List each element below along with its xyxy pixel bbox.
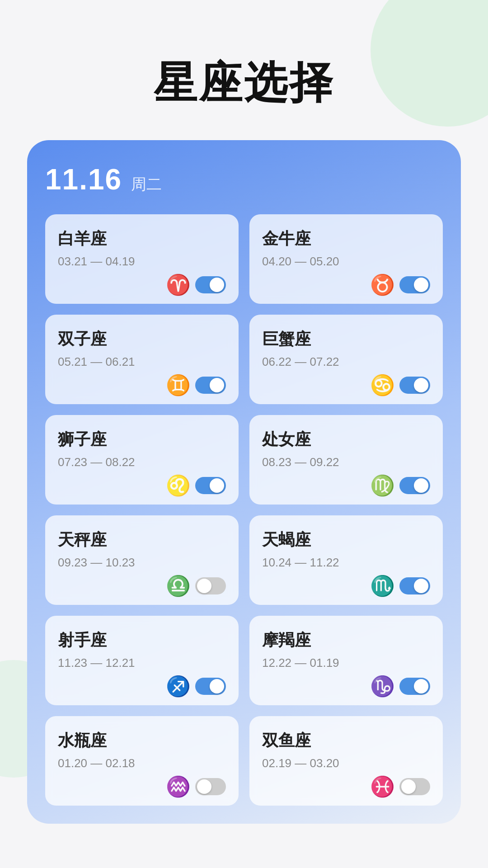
zodiac-bottom: ♌ bbox=[58, 476, 226, 495]
zodiac-bottom: ♓ bbox=[262, 777, 430, 797]
zodiac-grid: 白羊座 03.21 — 04.19 ♈ 金牛座 04.20 — 05.20 ♉ … bbox=[45, 214, 443, 806]
zodiac-toggle[interactable] bbox=[195, 678, 226, 695]
zodiac-bottom: ♐ bbox=[58, 676, 226, 696]
zodiac-symbol: ♊ bbox=[166, 375, 191, 395]
zodiac-name: 天蝎座 bbox=[262, 529, 430, 551]
zodiac-name: 射手座 bbox=[58, 629, 226, 651]
page-title: 星座选择 bbox=[0, 0, 488, 140]
zodiac-date: 01.20 — 02.18 bbox=[58, 756, 226, 770]
zodiac-name: 狮子座 bbox=[58, 429, 226, 451]
zodiac-name: 金牛座 bbox=[262, 228, 430, 250]
zodiac-bottom: ♈ bbox=[58, 275, 226, 295]
zodiac-symbol: ♉ bbox=[370, 275, 395, 295]
date-text: 11.16 bbox=[45, 163, 122, 196]
zodiac-name: 白羊座 bbox=[58, 228, 226, 250]
zodiac-card[interactable]: 白羊座 03.21 — 04.19 ♈ bbox=[45, 214, 239, 304]
zodiac-date: 11.23 — 12.21 bbox=[58, 656, 226, 670]
zodiac-date: 06.22 — 07.22 bbox=[262, 355, 430, 369]
zodiac-date: 08.23 — 09.22 bbox=[262, 455, 430, 469]
zodiac-card[interactable]: 巨蟹座 06.22 — 07.22 ♋ bbox=[249, 315, 443, 404]
zodiac-toggle[interactable] bbox=[195, 778, 226, 795]
zodiac-toggle[interactable] bbox=[399, 477, 430, 494]
zodiac-card[interactable]: 天秤座 09.23 — 10.23 ♎ bbox=[45, 515, 239, 605]
zodiac-date: 05.21 — 06.21 bbox=[58, 355, 226, 369]
zodiac-bottom: ♍ bbox=[262, 476, 430, 495]
main-card: 11.16 周二 白羊座 03.21 — 04.19 ♈ 金牛座 04.20 —… bbox=[27, 140, 461, 824]
zodiac-toggle[interactable] bbox=[195, 577, 226, 594]
zodiac-toggle[interactable] bbox=[399, 276, 430, 293]
zodiac-card[interactable]: 双鱼座 02.19 — 03.20 ♓ bbox=[249, 716, 443, 806]
zodiac-toggle[interactable] bbox=[399, 678, 430, 695]
zodiac-symbol: ♒ bbox=[166, 777, 191, 797]
zodiac-date: 02.19 — 03.20 bbox=[262, 756, 430, 770]
zodiac-symbol: ♌ bbox=[166, 476, 191, 495]
zodiac-toggle[interactable] bbox=[195, 276, 226, 293]
zodiac-name: 双子座 bbox=[58, 328, 226, 350]
zodiac-symbol: ♑ bbox=[370, 676, 395, 696]
zodiac-toggle[interactable] bbox=[399, 577, 430, 594]
zodiac-card[interactable]: 狮子座 07.23 — 08.22 ♌ bbox=[45, 415, 239, 505]
zodiac-card[interactable]: 射手座 11.23 — 12.21 ♐ bbox=[45, 616, 239, 705]
zodiac-bottom: ♒ bbox=[58, 777, 226, 797]
zodiac-date: 04.20 — 05.20 bbox=[262, 255, 430, 269]
zodiac-name: 处女座 bbox=[262, 429, 430, 451]
zodiac-card[interactable]: 天蝎座 10.24 — 11.22 ♏ bbox=[249, 515, 443, 605]
zodiac-card[interactable]: 水瓶座 01.20 — 02.18 ♒ bbox=[45, 716, 239, 806]
zodiac-date: 12.22 — 01.19 bbox=[262, 656, 430, 670]
date-header: 11.16 周二 bbox=[45, 163, 443, 196]
zodiac-bottom: ♏ bbox=[262, 576, 430, 596]
zodiac-toggle[interactable] bbox=[399, 377, 430, 394]
zodiac-name: 天秤座 bbox=[58, 529, 226, 551]
zodiac-symbol: ♍ bbox=[370, 476, 395, 495]
zodiac-card[interactable]: 双子座 05.21 — 06.21 ♊ bbox=[45, 315, 239, 404]
zodiac-date: 10.24 — 11.22 bbox=[262, 556, 430, 570]
zodiac-date: 07.23 — 08.22 bbox=[58, 455, 226, 469]
zodiac-toggle[interactable] bbox=[195, 377, 226, 394]
zodiac-card[interactable]: 处女座 08.23 — 09.22 ♍ bbox=[249, 415, 443, 505]
zodiac-card[interactable]: 摩羯座 12.22 — 01.19 ♑ bbox=[249, 616, 443, 705]
zodiac-bottom: ♉ bbox=[262, 275, 430, 295]
zodiac-bottom: ♎ bbox=[58, 576, 226, 596]
zodiac-name: 摩羯座 bbox=[262, 629, 430, 651]
zodiac-date: 03.21 — 04.19 bbox=[58, 255, 226, 269]
zodiac-symbol: ♋ bbox=[370, 375, 395, 395]
zodiac-name: 巨蟹座 bbox=[262, 328, 430, 350]
zodiac-toggle[interactable] bbox=[195, 477, 226, 494]
zodiac-bottom: ♋ bbox=[262, 375, 430, 395]
weekday-text: 周二 bbox=[131, 174, 162, 195]
zodiac-symbol: ♈ bbox=[166, 275, 191, 295]
zodiac-symbol: ♏ bbox=[370, 576, 395, 596]
zodiac-symbol: ♐ bbox=[166, 676, 191, 696]
zodiac-symbol: ♓ bbox=[370, 777, 395, 797]
zodiac-bottom: ♊ bbox=[58, 375, 226, 395]
zodiac-name: 双鱼座 bbox=[262, 730, 430, 752]
zodiac-toggle[interactable] bbox=[399, 778, 430, 795]
zodiac-date: 09.23 — 10.23 bbox=[58, 556, 226, 570]
zodiac-bottom: ♑ bbox=[262, 676, 430, 696]
zodiac-card[interactable]: 金牛座 04.20 — 05.20 ♉ bbox=[249, 214, 443, 304]
zodiac-symbol: ♎ bbox=[166, 576, 191, 596]
zodiac-name: 水瓶座 bbox=[58, 730, 226, 752]
